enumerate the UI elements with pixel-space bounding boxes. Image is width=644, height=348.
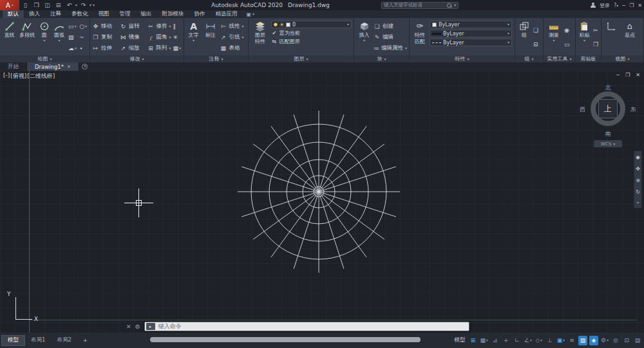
signin-button[interactable]: 登录: [600, 2, 610, 9]
status-polar-tracking-icon[interactable]: ∠▾: [524, 336, 533, 345]
command-line-input[interactable]: ▸ 键入命令: [144, 322, 469, 331]
trim-button[interactable]: ✂修剪▾: [147, 23, 171, 30]
viewcube-top-face[interactable]: 上: [598, 99, 618, 118]
create-block-button[interactable]: ❏创建: [374, 23, 407, 30]
panel-label-groups[interactable]: 组▾: [515, 55, 543, 62]
status-object-snap-tracking-icon[interactable]: ⊥: [545, 336, 554, 345]
panel-label-properties[interactable]: 特性▾: [410, 55, 515, 62]
group-button[interactable]: 组: [517, 19, 531, 55]
model-space-toggle[interactable]: 模型: [454, 336, 465, 344]
ucs-button[interactable]: [603, 19, 619, 55]
group-edit-button[interactable]: ⊟: [533, 41, 538, 48]
quick-select-button[interactable]: ◉: [564, 26, 570, 34]
restore-button[interactable]: ❐: [629, 3, 634, 8]
ribbon-tab-6[interactable]: 管理: [115, 10, 136, 18]
tab-layout1[interactable]: 布局1: [25, 335, 51, 346]
arc-button[interactable]: 圆弧 ▾: [52, 19, 66, 55]
ungroup-button[interactable]: ❏: [533, 26, 538, 34]
copy-clip-button[interactable]: ❐: [593, 41, 598, 48]
tab-close-icon[interactable]: ✕: [67, 64, 71, 69]
tab-layout2[interactable]: 布局2: [51, 335, 77, 346]
orbit-icon[interactable]: ↻: [636, 189, 640, 195]
save-button[interactable]: ◫: [43, 2, 52, 8]
visual-style-menu[interactable]: [二维线框]: [27, 72, 55, 80]
base-view-button[interactable]: ⌂ 基点: [620, 19, 639, 55]
zoom-icon[interactable]: ⊕: [636, 178, 640, 183]
match-properties-button[interactable]: ✑ 特性 匹配: [412, 19, 428, 55]
tab-start[interactable]: 开始: [0, 62, 27, 71]
quick-access-menu-icon[interactable]: ▾: [93, 3, 95, 7]
ribbon-tab-4[interactable]: 参数化: [66, 10, 93, 18]
paste-button[interactable]: 粘贴 ▾: [578, 19, 591, 55]
array-button[interactable]: ⊞阵列▾: [147, 44, 171, 52]
dimension-button[interactable]: 标注: [202, 19, 218, 55]
rotate-button[interactable]: ↻旋转: [120, 23, 146, 30]
wcs-dropdown[interactable]: WCS▾: [594, 140, 622, 147]
offset-button[interactable]: ∥: [173, 23, 181, 30]
text-button[interactable]: A 文字 ▾: [186, 19, 201, 55]
edit-block-button[interactable]: ✎编辑: [374, 33, 407, 41]
status-snap-mode-icon[interactable]: ▦▾: [479, 336, 488, 345]
help-button[interactable]: ?▾: [614, 3, 618, 8]
cut-button[interactable]: ✂: [593, 26, 598, 34]
ribbon-tab-7[interactable]: 输出: [136, 10, 157, 18]
redo-flyout-icon[interactable]: ▾: [90, 3, 91, 7]
search-box[interactable]: 键入关键字或短语 ▾: [381, 2, 459, 9]
panel-label-modify[interactable]: 修改▾: [90, 55, 184, 62]
minimize-button[interactable]: ─: [622, 3, 625, 8]
new-drawing-button[interactable]: +: [79, 62, 91, 71]
navbar-more-icon[interactable]: ▾: [637, 201, 639, 205]
command-close-icon[interactable]: ✕: [126, 324, 131, 330]
ribbon-tab-5[interactable]: 视图: [93, 10, 115, 18]
line-button[interactable]: 直线: [2, 19, 17, 55]
redo-button[interactable]: ↷: [79, 2, 88, 8]
circle-button[interactable]: 圆 ▾: [38, 19, 51, 55]
viewport-minimize-icon[interactable]: ─: [616, 72, 620, 78]
open-button[interactable]: ❒: [32, 2, 41, 8]
explode-button[interactable]: ✳: [173, 33, 181, 41]
status-lineweight-icon[interactable]: ≡: [567, 336, 576, 345]
undo-button[interactable]: ↶: [64, 2, 74, 8]
ribbon-tab-9[interactable]: 协作: [189, 10, 211, 18]
viewcube[interactable]: 北 上 西 东 南 WCS▾: [578, 84, 638, 156]
ribbon-display-toggle[interactable]: ▣ ▾: [243, 10, 259, 18]
viewcube-ring[interactable]: 上: [591, 91, 625, 126]
point-button[interactable]: ∙: [79, 44, 87, 52]
linetype-dropdown[interactable]: ByLayer ▾: [430, 39, 512, 46]
make-current-button[interactable]: ✔置为当前: [271, 30, 352, 37]
panel-label-draw[interactable]: 绘图▾: [0, 55, 90, 62]
status-dynamic-input-icon[interactable]: +: [502, 336, 511, 345]
edit-attributes-button[interactable]: ≔编辑属性▾: [374, 44, 407, 52]
stretch-button[interactable]: ↦拉伸: [92, 44, 118, 52]
status-transparency-icon[interactable]: ▨: [578, 336, 587, 345]
spline-button[interactable]: ~: [79, 33, 87, 41]
rectangle-flyout-button[interactable]: ▭▾: [68, 23, 77, 30]
table-button[interactable]: ▦表格: [220, 44, 246, 52]
ribbon-tab-8[interactable]: 附加模块: [157, 10, 189, 18]
command-customize-icon[interactable]: ⚙: [135, 324, 140, 330]
navigation-wheel-icon[interactable]: ◉: [636, 154, 640, 160]
app-menu-button[interactable]: A ▾: [0, 0, 19, 10]
polyline-button[interactable]: 多段线: [18, 19, 37, 55]
linear-dimension-button[interactable]: ⊢线性▾: [220, 23, 246, 30]
panel-label-block[interactable]: 块▾: [354, 55, 409, 62]
status-annotation-monitor-icon[interactable]: ◎: [611, 336, 620, 345]
status-selection-cycling-icon[interactable]: ◈: [589, 336, 598, 345]
status-clean-screen-icon[interactable]: ⊡: [622, 336, 631, 345]
tab-model[interactable]: 模型: [1, 335, 25, 346]
move-button[interactable]: ✥移动: [92, 23, 118, 30]
lineweight-dropdown[interactable]: ByLayer ▾: [430, 30, 512, 37]
viewcube-south-label[interactable]: 南: [578, 130, 638, 138]
viewport-close-icon[interactable]: ✕: [636, 72, 640, 78]
object-color-dropdown[interactable]: ByLayer ▾: [430, 21, 512, 28]
insert-block-button[interactable]: 插入 ▾: [356, 19, 372, 55]
fillet-button[interactable]: ╭圆角▾: [147, 33, 171, 41]
horizontal-scrollbar[interactable]: [150, 337, 421, 342]
status-infer-constraints-icon[interactable]: ⊿: [491, 336, 500, 345]
pan-icon[interactable]: ✥: [636, 166, 640, 172]
add-layout-button[interactable]: +: [77, 335, 93, 346]
ribbon-tab-1[interactable]: 默认: [3, 10, 24, 18]
ribbon-tab-10[interactable]: 精选应用: [211, 10, 243, 18]
viewport-restore-icon[interactable]: ❐: [625, 72, 630, 78]
revision-cloud-button[interactable]: ☁▾: [68, 44, 77, 52]
